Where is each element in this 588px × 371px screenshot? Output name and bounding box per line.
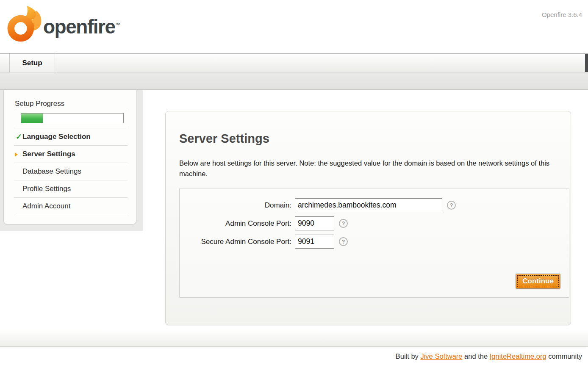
secure-port-label: Secure Admin Console Port: <box>180 238 295 246</box>
sidebar-item-server-settings: Server Settings <box>14 146 128 163</box>
admin-port-label: Admin Console Port: <box>180 219 295 228</box>
footer-divider <box>0 346 588 347</box>
header: openfire™ Openfire 3.6.4 <box>0 0 588 53</box>
step-label: Database Settings <box>22 167 81 176</box>
sidebar-title: Setup Progress <box>15 100 64 108</box>
sidebar-item-database-settings: Database Settings <box>14 163 128 180</box>
step-label: Server Settings <box>22 150 75 158</box>
help-icon[interactable]: ? <box>447 201 456 210</box>
footer-credits: Built by Jive Software and the IgniteRea… <box>396 352 582 360</box>
sidebar-item-language-selection: ✓ Language Selection <box>14 128 128 146</box>
form-row-domain: Domain: ? <box>180 198 569 212</box>
domain-label: Domain: <box>180 201 295 210</box>
clipped-tab-fragment <box>585 54 588 72</box>
tab-setup[interactable]: Setup <box>9 54 55 72</box>
openfire-setup-page: openfire™ Openfire 3.6.4 Setup Setup Pro… <box>0 0 588 371</box>
server-settings-form: Domain: ? Admin Console Port: ? Secure A… <box>179 188 569 298</box>
form-row-admin-port: Admin Console Port: ? <box>180 216 569 230</box>
sidebar-item-profile-settings: Profile Settings <box>14 180 128 198</box>
setup-steps-list: ✓ Language Selection Server Settings Dat… <box>14 128 128 215</box>
admin-port-input[interactable] <box>295 216 334 230</box>
step-label: Admin Account <box>22 202 70 210</box>
sidebar-item-admin-account: Admin Account <box>14 198 128 215</box>
tab-bar: Setup <box>0 53 588 72</box>
wordmark: openfire™ <box>43 15 120 38</box>
jive-software-link[interactable]: Jive Software <box>420 352 462 360</box>
current-step-arrow-icon <box>15 152 18 157</box>
footer-text: Built by <box>396 352 421 360</box>
trademark-symbol: ™ <box>115 22 120 28</box>
domain-input[interactable] <box>295 198 442 212</box>
step-label: Language Selection <box>22 133 91 141</box>
help-icon[interactable]: ? <box>339 219 348 228</box>
footer-text: and the <box>463 352 490 360</box>
setup-progress-bar <box>21 113 124 123</box>
version-label: Openfire 3.6.4 <box>542 11 582 18</box>
main-panel: Server Settings Below are host settings … <box>165 111 571 325</box>
form-row-secure-port: Secure Admin Console Port: ? <box>180 235 569 249</box>
setup-progress-sidebar: Setup Progress ✓ Language Selection Serv… <box>3 90 136 224</box>
divider <box>14 110 127 110</box>
pre-footer-shade <box>0 329 588 346</box>
page-title: Server Settings <box>179 132 269 146</box>
sub-nav-bar <box>0 72 588 90</box>
igniterealtime-link[interactable]: IgniteRealtime.org <box>490 352 546 360</box>
page-description: Below are host settings for this server.… <box>179 158 551 179</box>
check-icon: ✓ <box>16 132 22 141</box>
help-icon[interactable]: ? <box>339 237 348 246</box>
footer-text: community <box>546 352 582 360</box>
step-label: Profile Settings <box>22 185 71 193</box>
progress-fill <box>21 114 43 123</box>
continue-button[interactable]: Continue <box>516 274 560 289</box>
openfire-logo-icon <box>5 3 44 45</box>
secure-port-input[interactable] <box>295 235 334 249</box>
